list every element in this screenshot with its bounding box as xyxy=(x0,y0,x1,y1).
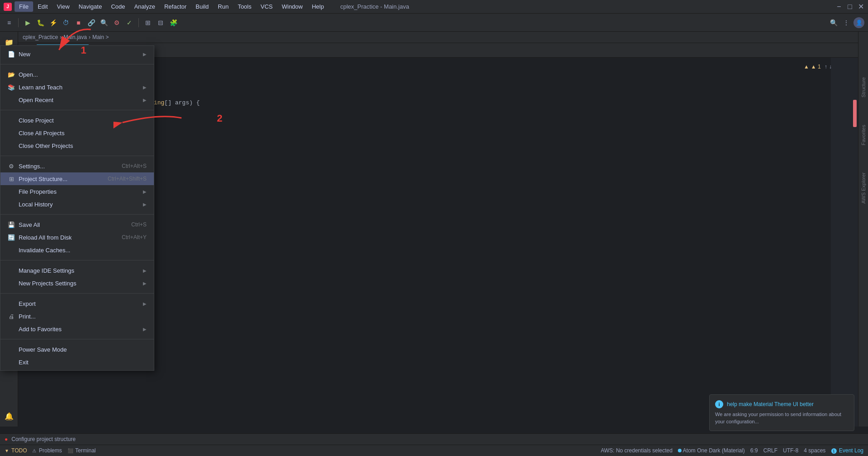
menu-save-all[interactable]: 💾 Save All Ctrl+S xyxy=(0,218,154,231)
structure-label[interactable]: Structure xyxy=(861,77,866,98)
menu-tools[interactable]: Tools xyxy=(233,1,256,12)
theme-text: Atom One Dark (Material) xyxy=(683,447,745,454)
menu-help[interactable]: Help xyxy=(307,1,329,12)
event-log[interactable]: 1 Event Log xyxy=(831,447,863,454)
project-structure-icon: ⊞ xyxy=(8,175,15,182)
menu-file-properties[interactable]: File Properties ▶ xyxy=(0,185,154,198)
menu-export[interactable]: Export ▶ xyxy=(0,297,154,310)
toolbar-settings-btn[interactable]: ⚙ xyxy=(111,17,122,28)
close-button[interactable]: ✕ xyxy=(857,3,864,10)
menu-code[interactable]: Code xyxy=(107,1,130,12)
menu-section-export: Export ▶ 🖨 Print... Add to Favorites ▶ xyxy=(0,295,154,337)
toolbar-coverage-btn[interactable]: ⚡ xyxy=(48,17,59,28)
close-project-icon xyxy=(8,117,15,124)
menu-file[interactable]: File xyxy=(15,1,33,12)
menu-analyze[interactable]: Analyze xyxy=(130,1,160,12)
menu-view[interactable]: View xyxy=(52,1,74,12)
learn-teach-icon: 📚 xyxy=(8,83,15,91)
notification-title: help make Material Theme UI better xyxy=(727,401,814,407)
toolbar-run-btn[interactable]: ▶ xyxy=(22,17,33,28)
menu-add-fav-label: Add to Favorites xyxy=(19,326,62,333)
menu-run[interactable]: Run xyxy=(213,1,233,12)
menu-settings[interactable]: ⚙ Settings... Ctrl+Alt+S xyxy=(0,160,154,172)
menu-invalidate-caches[interactable]: Invalidate Caches... xyxy=(0,244,154,256)
cursor-pos: 6:9 xyxy=(750,447,758,454)
menu-reload[interactable]: 🔄 Reload All from Disk Ctrl+Alt+Y xyxy=(0,231,154,244)
menu-manage-ide[interactable]: Manage IDE Settings ▶ xyxy=(0,264,154,277)
bottom-bar: ▼ TODO ⚠ Problems ⬛ Terminal AWS: No cre… xyxy=(0,445,868,456)
indent: 4 spaces xyxy=(804,447,826,454)
configure-project-label[interactable]: Configure project structure xyxy=(11,436,75,442)
toolbar-profile-btn[interactable]: ⏱ xyxy=(60,17,71,28)
theme-dot xyxy=(678,449,682,452)
new-icon: 📄 xyxy=(8,50,15,58)
menu-close-project[interactable]: Close Project xyxy=(0,114,154,127)
toolbar-debug-btn[interactable]: 🐛 xyxy=(35,17,46,28)
bottom-bar-left: ▼ TODO ⚠ Problems ⬛ Terminal xyxy=(5,447,96,454)
toolbar-more-btn[interactable]: ⋮ xyxy=(841,17,852,28)
toolbar-sep-1 xyxy=(18,18,19,27)
menu-add-favorites[interactable]: Add to Favorites ▶ xyxy=(0,323,154,335)
code-content[interactable]: package com.wskh; public class Main { pu… xyxy=(39,58,831,427)
file-menu-dropdown: 📄 New ▶ 📂 Open... 📚 Learn and Teach xyxy=(0,45,154,371)
problems-text: Problems xyxy=(39,447,62,454)
menu-open-recent[interactable]: Open Recent ▶ xyxy=(0,93,154,106)
menu-file-props-left: File Properties xyxy=(8,188,57,195)
export-icon xyxy=(8,300,15,307)
menu-save-left: 💾 Save All xyxy=(8,221,40,228)
minimize-button[interactable]: − xyxy=(835,3,843,10)
menu-power-save[interactable]: Power Save Mode xyxy=(0,343,154,356)
menu-window[interactable]: Window xyxy=(277,1,307,12)
menu-new[interactable]: 📄 New ▶ xyxy=(0,48,154,60)
menu-build[interactable]: Build xyxy=(191,1,213,12)
todo-icon: ▼ xyxy=(5,448,9,453)
menu-learn-teach[interactable]: 📚 Learn and Teach ▶ xyxy=(0,81,154,93)
menu-print-left: 🖨 Print... xyxy=(8,313,36,320)
aws-explorer-label[interactable]: AWS Explorer xyxy=(861,172,866,204)
code-line-2 xyxy=(44,71,825,80)
toolbar-attach-btn[interactable]: 🔗 xyxy=(86,17,97,28)
new-proj-arrow: ▶ xyxy=(143,281,147,286)
menu-close-all-projects[interactable]: Close All Projects xyxy=(0,127,154,139)
menu-edit[interactable]: Edit xyxy=(33,1,52,12)
toolbar-plugin-btn[interactable]: 🧩 xyxy=(168,17,179,28)
menu-project-structure[interactable]: ⊞ Project Structure... Ctrl+Alt+Shift+S xyxy=(0,172,154,185)
problems-label[interactable]: ⚠ Problems xyxy=(32,447,62,454)
status-bar-left: ● Configure project structure xyxy=(5,436,76,442)
terminal-label[interactable]: ⬛ Terminal xyxy=(68,447,96,454)
toolbar-layout-btn[interactable]: ⊞ xyxy=(142,17,153,28)
menu-vcs[interactable]: VCS xyxy=(256,1,277,12)
toolbar-checkmark-btn[interactable]: ✓ xyxy=(124,17,135,28)
toolbar-panel-btn[interactable]: ⊟ xyxy=(155,17,166,28)
maximize-button[interactable]: □ xyxy=(846,3,853,10)
menu-close-other-projects[interactable]: Close Other Projects xyxy=(0,139,154,152)
menu-project-structure-label: Project Structure... xyxy=(19,176,68,182)
menu-refactor[interactable]: Refactor xyxy=(160,1,191,12)
menu-local-history[interactable]: Local History ▶ xyxy=(0,198,154,211)
menu-new-proj-label: New Projects Settings xyxy=(19,280,76,287)
menu-print[interactable]: 🖨 Print... xyxy=(0,310,154,323)
menu-div-7 xyxy=(0,339,154,339)
toolbar-search-all-btn[interactable]: 🔍 xyxy=(828,17,839,28)
menu-open-recent-label: Open Recent xyxy=(19,97,54,103)
toolbar-avatar-btn[interactable]: 👤 xyxy=(853,17,864,28)
toolbar-stop-btn[interactable]: ■ xyxy=(73,17,84,28)
menu-open-recent-left: Open Recent xyxy=(8,96,54,103)
nav-down-btn[interactable]: ↓ xyxy=(829,64,832,70)
nav-up-btn[interactable]: ↑ xyxy=(824,64,827,70)
new-proj-icon xyxy=(8,279,15,287)
menu-project-structure-left: ⊞ Project Structure... xyxy=(8,175,68,182)
favorites-label[interactable]: Favorites xyxy=(861,125,866,145)
open-recent-arrow: ▶ xyxy=(143,98,147,103)
menu-navigate[interactable]: Navigate xyxy=(74,1,106,12)
menu-new-projects-settings[interactable]: New Projects Settings ▶ xyxy=(0,277,154,289)
toolbar-search-btn[interactable]: 🔍 xyxy=(98,17,109,28)
menu-div-1 xyxy=(0,64,154,64)
toolbar-project-btn[interactable]: ≡ xyxy=(4,17,15,28)
menu-close-all-label: Close All Projects xyxy=(19,130,64,137)
terminal-icon: ⬛ xyxy=(68,448,73,453)
menu-open[interactable]: 📂 Open... xyxy=(0,68,154,81)
menu-exit[interactable]: Exit xyxy=(0,356,154,368)
todo-label[interactable]: ▼ TODO xyxy=(5,447,27,454)
sidebar-icon-notifications[interactable]: 🔔 xyxy=(2,409,16,423)
